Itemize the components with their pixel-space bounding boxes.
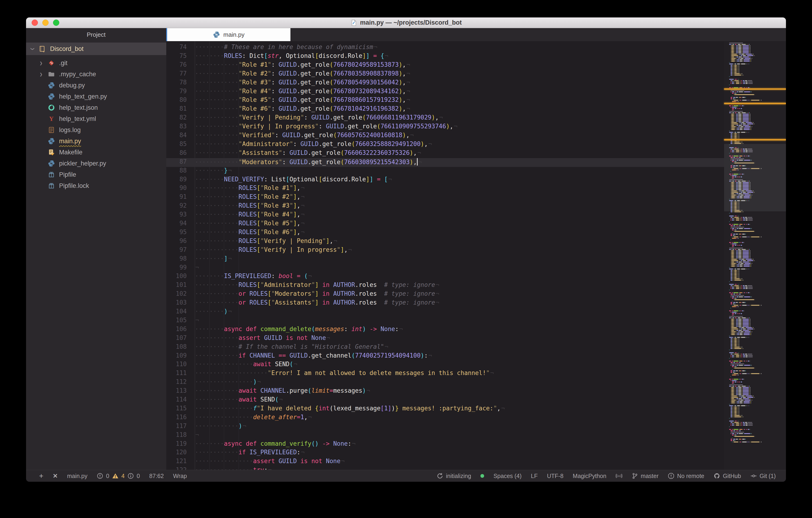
- wrap-indicator[interactable]: Wrap: [173, 473, 187, 480]
- code-line[interactable]: 87············"Moderators": GUILD.get_ro…: [166, 158, 724, 167]
- code-line[interactable]: 116················delete_after=1,¬: [166, 413, 724, 423]
- indentation-setting[interactable]: Spaces (4): [493, 473, 522, 480]
- code-line[interactable]: 101············ROLES["Administrator"] in…: [166, 281, 724, 290]
- sidebar-item-debug-py[interactable]: debug.py: [26, 80, 166, 91]
- code-line[interactable]: 90············ROLES["Role #1"],¬: [166, 184, 724, 193]
- chevron-down-icon[interactable]: ❯: [30, 47, 36, 50]
- sidebar-item-help-text-yml[interactable]: Yhelp_text.yml: [26, 113, 166, 124]
- code-line[interactable]: 75········ROLES: Dict[str, Optional[disc…: [166, 52, 724, 61]
- code-line[interactable]: 78············"Role #3": GUILD.get_role(…: [166, 79, 724, 88]
- code-line[interactable]: 100········IS_PREVILEGED: bool = (¬: [166, 272, 724, 281]
- line-endings[interactable]: LF: [531, 473, 538, 480]
- remote-status[interactable]: No remote: [668, 473, 704, 480]
- code-line[interactable]: 86············"Assistants": GUILD.get_ro…: [166, 149, 724, 158]
- sidebar-item-pipfile-lock[interactable]: Pipfile.lock: [26, 180, 166, 191]
- sidebar-item-help-text-json[interactable]: help_text.json: [26, 102, 166, 113]
- code-line[interactable]: 77············"Role #2": GUILD.get_role(…: [166, 70, 724, 79]
- git-branch[interactable]: master: [632, 473, 659, 480]
- sidebar-item--git[interactable]: ❯.git: [26, 57, 166, 68]
- code-line[interactable]: 88········}¬: [166, 167, 724, 176]
- json-icon: [48, 104, 55, 111]
- code-line[interactable]: 89········NEED_VERIFY: List[Optional[dis…: [166, 176, 724, 184]
- code-line[interactable]: 82············"Verify | Pending": GUILD.…: [166, 114, 724, 123]
- code-line[interactable]: 112················)¬: [166, 378, 724, 387]
- code-line[interactable]: 121················assert GUILD is not N…: [166, 458, 724, 466]
- diagnostics[interactable]: 0 4 0: [97, 473, 140, 480]
- code-line[interactable]: 93············ROLES["Role #4"],¬: [166, 211, 724, 220]
- code-line[interactable]: 80············"Role #5": GUILD.get_role(…: [166, 96, 724, 105]
- code-line[interactable]: 117············)¬: [166, 423, 724, 431]
- code-line[interactable]: 113············await CHANNEL.purge(limit…: [166, 387, 724, 396]
- file-label: .git: [59, 59, 67, 67]
- tab-main-py[interactable]: main.py: [166, 28, 290, 41]
- sidebar-item--mypy-cache[interactable]: ❯.mypy_cache: [26, 68, 166, 80]
- code-line[interactable]: 109············if CHANNEL == GUILD.get_c…: [166, 352, 724, 361]
- code-line[interactable]: 81············"Role #6": GUILD.get_role(…: [166, 105, 724, 114]
- sidebar-item-help-text-gen-py[interactable]: help_text_gen.py: [26, 91, 166, 102]
- code-line[interactable]: 91············ROLES["Role #2"],¬: [166, 193, 724, 202]
- code-line[interactable]: 92············ROLES["Role #3"],¬: [166, 202, 724, 211]
- code-line[interactable]: 115················f"I have deleted {int…: [166, 405, 724, 413]
- title-bar[interactable]: main.py — ~/projects/Discord_bot: [26, 18, 786, 28]
- chevron-right-icon[interactable]: ❯: [39, 71, 42, 77]
- code-line[interactable]: 111····················"Error! I am not …: [166, 369, 724, 378]
- zoom-window-button[interactable]: [53, 20, 59, 26]
- code-line[interactable]: 110················await SEND(¬: [166, 361, 724, 369]
- makefile-icon: [48, 149, 55, 156]
- code-line[interactable]: 83············"Verify | In progress": GU…: [166, 123, 724, 132]
- git-changes[interactable]: Git (1): [750, 473, 776, 480]
- code-line[interactable]: 95············ROLES["Role #6"],¬: [166, 229, 724, 237]
- code-line[interactable]: 94············ROLES["Role #5"],¬: [166, 220, 724, 229]
- code-line[interactable]: 97············ROLES["Verify | In progres…: [166, 246, 724, 255]
- line-number: 99: [166, 264, 187, 271]
- code-line[interactable]: 119········async def command_verify() ->…: [166, 440, 724, 449]
- syntax-mode[interactable]: MagicPython: [573, 473, 606, 480]
- code-line[interactable]: 85············"Administrator": GUILD.get…: [166, 140, 724, 149]
- sync-status[interactable]: initializing: [437, 473, 471, 480]
- code-line[interactable]: 104········)¬: [166, 308, 724, 317]
- code-line[interactable]: 107············assert GUILD is not None¬: [166, 334, 724, 343]
- sidebar-item-main-py[interactable]: main.py: [26, 136, 166, 147]
- code-line[interactable]: 102············or ROLES["Moderators"] in…: [166, 290, 724, 299]
- new-file-button[interactable]: +: [39, 472, 44, 480]
- code-line[interactable]: 96············ROLES["Verify | Pending"],…: [166, 237, 724, 246]
- git-icon: [750, 473, 757, 479]
- sidebar-header-label: Project: [87, 31, 106, 38]
- code-line[interactable]: 103············or ROLES["Assistants"] in…: [166, 299, 724, 308]
- minimize-window-button[interactable]: [42, 20, 49, 26]
- close-panel-button[interactable]: ✕: [53, 473, 58, 479]
- sidebar-item-pickler-helper-py[interactable]: pickler_helper.py: [26, 158, 166, 169]
- code-line[interactable]: 84············"Verified": GUILD.get_role…: [166, 132, 724, 140]
- github-status[interactable]: GitHub: [714, 473, 741, 480]
- code-area[interactable]: 74········# These are in here because of…: [166, 41, 786, 470]
- encoding[interactable]: UTF-8: [547, 473, 563, 480]
- book-icon: [38, 45, 46, 53]
- project-sidebar[interactable]: ❯Discord_bot❯.git❯.mypy_cachedebug.pyhel…: [26, 41, 166, 470]
- minimap[interactable]: [724, 41, 786, 470]
- code-line[interactable]: 99¬: [166, 264, 724, 273]
- sidebar-item-makefile[interactable]: Makefile: [26, 147, 166, 158]
- code-line[interactable]: 114············await SEND(¬: [166, 396, 724, 405]
- sidebar-item-pipfile[interactable]: Pipfile: [26, 169, 166, 180]
- code-line[interactable]: 118¬: [166, 431, 724, 440]
- line-number: 115: [166, 405, 187, 412]
- code-line[interactable]: 79············"Role #4": GUILD.get_role(…: [166, 88, 724, 96]
- close-window-button[interactable]: [32, 20, 38, 26]
- line-number: 93: [166, 211, 187, 218]
- minimap-viewport[interactable]: [724, 144, 786, 211]
- line-number: 97: [166, 246, 187, 253]
- code-line[interactable]: 108············# If the channel is "Hist…: [166, 343, 724, 352]
- line-number: 91: [166, 193, 187, 200]
- code-editor[interactable]: 74········# These are in here because of…: [166, 41, 786, 470]
- cursor-position[interactable]: 87:62: [149, 473, 164, 480]
- code-line[interactable]: 98········]¬: [166, 255, 724, 264]
- code-line[interactable]: 120············if IS_PREVILEGED:¬: [166, 449, 724, 458]
- code-line[interactable]: 76············"Role #1": GUILD.get_role(…: [166, 61, 724, 70]
- code-line[interactable]: 105¬: [166, 317, 724, 325]
- sidebar-item-logs-log[interactable]: logs.log: [26, 124, 166, 136]
- sidebar-item-root[interactable]: ❯Discord_bot: [26, 42, 166, 55]
- code-line[interactable]: 106········async def command_delete(mess…: [166, 325, 724, 334]
- broadcast-icon[interactable]: A: [616, 473, 622, 479]
- chevron-right-icon[interactable]: ❯: [39, 60, 42, 66]
- code-line[interactable]: 74········# These are in here because of…: [166, 44, 724, 52]
